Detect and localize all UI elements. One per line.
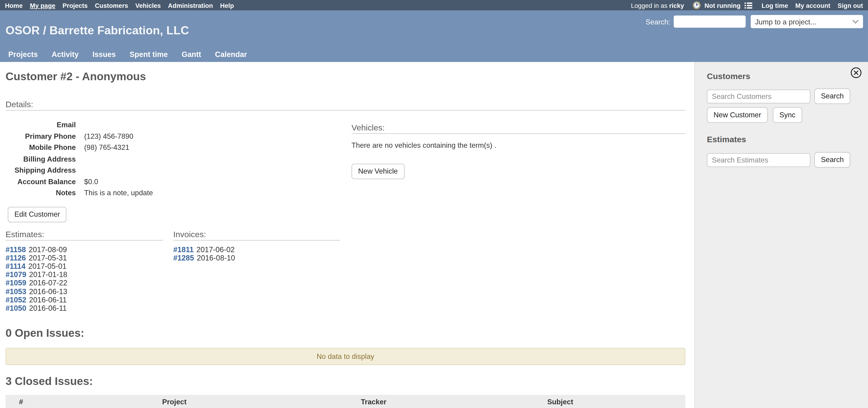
estimates-invoices-row: Estimates: #11582017-08-09 (5, 229, 345, 312)
customer-page-title: Customer #2 - Anonymous (5, 62, 685, 83)
estimates-divider (5, 240, 163, 240)
detail-value (76, 165, 84, 176)
top-menu-item[interactable]: Projects (63, 2, 88, 8)
main-content: Customer #2 - Anonymous Details: Email (0, 62, 694, 408)
estimate-row: #10522016-06-11 (5, 296, 163, 304)
top-menu-item[interactable]: Administration (168, 2, 213, 8)
top-menu-item[interactable]: My page (30, 2, 55, 8)
estimate-row: #10532016-06-13 (5, 287, 163, 296)
detail-value: $0.0 (76, 176, 98, 188)
estimate-link[interactable]: #1053 (5, 287, 26, 296)
estimates-search-input[interactable] (707, 153, 810, 167)
detail-row: Mobile Phone (98) 765-4321 (5, 142, 345, 154)
estimate-row: #11142017-05-01 (5, 262, 163, 270)
estimate-link[interactable]: #1079 (5, 270, 26, 279)
new-customer-button[interactable]: New Customer (707, 107, 768, 123)
customers-search-row: Search (707, 89, 861, 104)
estimate-row: #10502016-06-11 (5, 304, 163, 312)
logged-in-text: Logged in as ricky (631, 2, 684, 8)
tab[interactable]: Activity (52, 50, 79, 59)
jump-to-project-value: Jump to a project... (755, 18, 816, 26)
tab[interactable]: Calendar (215, 50, 247, 59)
customers-actions-row: New Customer Sync (707, 107, 861, 123)
page-header-title: OSOR / Barrette Fabrication, LLC (5, 24, 189, 37)
estimate-row: #10792017-01-18 (5, 270, 163, 279)
username: ricky (669, 2, 684, 8)
detail-label: Notes (5, 188, 76, 199)
detail-label: Account Balance (5, 176, 76, 188)
invoice-link[interactable]: #1811 (173, 245, 193, 253)
estimate-link[interactable]: #1114 (5, 262, 26, 270)
timer-clock-icon[interactable] (692, 1, 701, 9)
details-heading: Details: (5, 100, 685, 109)
top-menu-right: Logged in as ricky Not running (631, 1, 863, 9)
estimates-search-button[interactable]: Search (814, 152, 850, 168)
estimate-row: #11262017-05-31 (5, 254, 163, 262)
column-header-project: Project (36, 395, 312, 408)
detail-label: Shipping Address (5, 165, 76, 176)
new-vehicle-button[interactable]: New Vehicle (351, 164, 404, 179)
estimate-row: #11582017-08-09 (5, 245, 163, 253)
estimate-link[interactable]: #1158 (5, 245, 26, 253)
sync-button[interactable]: Sync (773, 107, 802, 123)
jump-to-project-select[interactable]: Jump to a project... (750, 15, 863, 28)
column-header-id: # (5, 395, 36, 408)
edit-customer-button[interactable]: Edit Customer (8, 207, 67, 222)
vehicles-empty-text: There are no vehicles containing the ter… (351, 141, 685, 149)
project-header: OSOR / Barrette Fabrication, LLC Search:… (0, 10, 868, 62)
top-menu-account-link[interactable]: Sign out (838, 2, 863, 8)
customers-search-button[interactable]: Search (814, 89, 850, 104)
estimates-heading: Estimates: (5, 229, 163, 239)
detail-label: Primary Phone (5, 131, 76, 142)
detail-row: Account Balance $0.0 (5, 176, 345, 188)
top-menu-item[interactable]: Help (220, 2, 234, 8)
estimate-link[interactable]: #1050 (5, 304, 26, 312)
estimate-date: 2016-07-22 (29, 279, 67, 287)
top-menu-item[interactable]: Vehicles (135, 2, 161, 8)
search-label: Search: (646, 18, 671, 26)
top-menu-item[interactable]: Customers (95, 2, 128, 8)
invoices-section: Invoices: #18112017-06-02 (173, 229, 340, 312)
top-menu-account-link[interactable]: Log time (762, 2, 788, 8)
timer-list-icon[interactable] (744, 2, 752, 8)
detail-row: Notes This is a note, update (5, 188, 345, 199)
estimate-link[interactable]: #1059 (5, 279, 26, 287)
detail-value: This is a note, update (76, 188, 153, 199)
close-icon[interactable] (850, 67, 862, 78)
search-input[interactable] (674, 15, 746, 28)
top-menu-account-link[interactable]: My account (795, 2, 830, 8)
top-menu-item[interactable]: Home (5, 2, 23, 8)
estimate-link[interactable]: #1052 (5, 296, 26, 304)
details-split: Email Primary Phone (123) 456-7890 Mobil… (5, 111, 685, 313)
estimate-date: 2017-01-18 (29, 270, 67, 279)
sidebar-estimates-heading: Estimates (707, 134, 861, 144)
estimate-date: 2017-05-01 (28, 262, 67, 270)
estimate-row: #10592016-07-22 (5, 279, 163, 287)
detail-row: Shipping Address (5, 165, 345, 176)
detail-label: Billing Address (5, 154, 76, 165)
tab[interactable]: Gantt (182, 50, 201, 59)
invoice-row: #12852016-08-10 (173, 254, 340, 262)
detail-row: Email (5, 120, 345, 131)
tab[interactable]: Projects (8, 50, 38, 59)
sidebar: Customers Search New Customer Sync Estim… (694, 62, 868, 408)
invoice-date: 2017-06-02 (196, 245, 235, 253)
open-issues-heading: 0 Open Issues: (5, 327, 685, 340)
top-menu-account-links: Log time My account Sign out (762, 2, 863, 8)
estimate-link[interactable]: #1126 (5, 254, 26, 262)
tab[interactable]: Issues (93, 50, 116, 59)
closed-issues-table: # Project Tracker Subject 182 Redmine Fe… (5, 395, 685, 408)
invoice-date: 2016-08-10 (197, 254, 235, 262)
tab[interactable]: Spent time (130, 50, 168, 59)
detail-value (76, 120, 84, 131)
estimate-date: 2017-05-31 (29, 254, 67, 262)
vehicles-section: Vehicles: There are no vehicles containi… (345, 111, 685, 313)
detail-value: (123) 456-7890 (76, 131, 133, 142)
estimate-date: 2017-08-09 (29, 245, 67, 253)
invoice-link[interactable]: #1285 (173, 254, 194, 262)
vehicles-heading: Vehicles: (351, 123, 685, 132)
issues-table-header-row: # Project Tracker Subject (5, 395, 685, 408)
customers-search-input[interactable] (707, 89, 810, 103)
details-column: Email Primary Phone (123) 456-7890 Mobil… (5, 111, 345, 313)
invoices-list: #18112017-06-02 #12852016-08-10 (173, 245, 340, 262)
